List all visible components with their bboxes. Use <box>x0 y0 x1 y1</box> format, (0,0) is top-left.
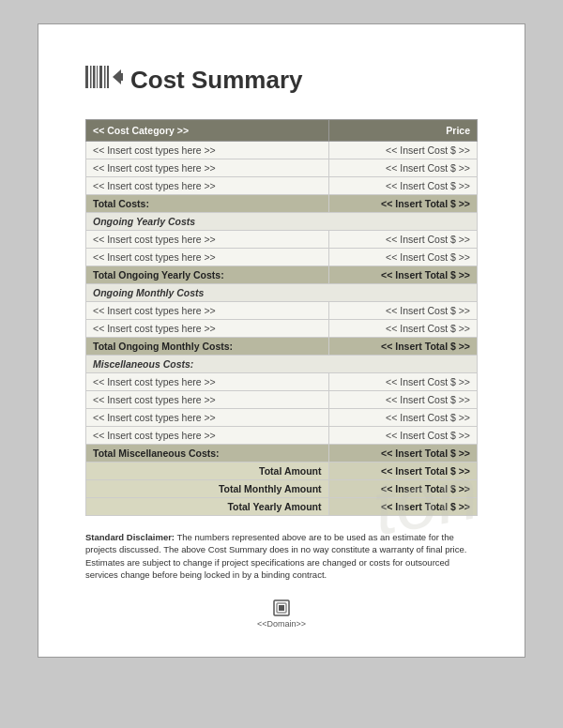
price-column-header: Price <box>328 120 477 142</box>
summary-monthly-price: << Insert Total $ >> <box>328 480 477 498</box>
svg-rect-5 <box>104 66 106 88</box>
footer: <<Domain>> <box>85 599 478 629</box>
category-cell: << Insert cost types here >> <box>86 302 329 320</box>
price-cell: << Insert Cost $ >> <box>328 302 477 320</box>
footer-label: <<Domain>> <box>257 619 306 629</box>
table-row: << Insert cost types here >> << Insert C… <box>86 302 478 320</box>
summary-total-row: Total Amount << Insert Total $ >> <box>86 463 478 480</box>
price-cell: << Insert Cost $ >> <box>328 427 477 445</box>
category-cell: << Insert cost types here >> <box>86 159 329 177</box>
disclaimer-prefix: Standard Disclaimer: <box>85 532 175 542</box>
table-row: << Insert cost types here >> << Insert C… <box>86 142 478 159</box>
total-yearly-price: << Insert Total $ >> <box>328 266 477 284</box>
svg-rect-1 <box>90 66 92 88</box>
category-cell: << Insert cost types here >> <box>86 427 329 445</box>
total-yearly-row: Total Ongoing Yearly Costs: << Insert To… <box>86 266 478 284</box>
table-row: << Insert cost types here >> << Insert C… <box>86 427 478 445</box>
table-row: << Insert cost types here >> << Insert C… <box>86 409 478 427</box>
price-cell: << Insert Cost $ >> <box>328 391 477 409</box>
summary-total-label: Total Amount <box>86 463 329 480</box>
ongoing-yearly-header: Ongoing Yearly Costs <box>86 213 478 231</box>
total-yearly-label: Total Ongoing Yearly Costs: <box>86 266 329 284</box>
svg-rect-4 <box>99 66 102 88</box>
category-cell: << Insert cost types here >> <box>86 142 329 159</box>
total-costs-price: << Insert Total $ >> <box>328 195 477 213</box>
summary-yearly-row: Total Yearly Amount << Insert Total $ >> <box>86 498 478 516</box>
svg-rect-2 <box>93 66 96 88</box>
total-misc-row: Total Miscellaneous Costs: << Insert Tot… <box>86 445 478 463</box>
disclaimer: Standard Disclaimer: The numbers represe… <box>85 531 478 581</box>
price-cell: << Insert Cost $ >> <box>328 142 477 159</box>
price-cell: << Insert Cost $ >> <box>328 409 477 427</box>
svg-rect-10 <box>279 605 284 611</box>
total-costs-row: Total Costs: << Insert Total $ >> <box>86 195 478 213</box>
price-cell: << Insert Cost $ >> <box>328 231 477 249</box>
table-row: << Insert cost types here >> << Insert C… <box>86 320 478 338</box>
summary-yearly-label: Total Yearly Amount <box>86 498 329 516</box>
footer-icon <box>85 599 478 619</box>
price-cell: << Insert Cost $ >> <box>328 249 477 266</box>
price-cell: << Insert Cost $ >> <box>328 159 477 177</box>
total-misc-label: Total Miscellaneous Costs: <box>86 445 329 463</box>
section-label: Ongoing Monthly Costs <box>86 284 478 302</box>
category-cell: << Insert cost types here >> <box>86 177 329 195</box>
summary-monthly-label: Total Monthly Amount <box>86 480 329 498</box>
summary-total-price: << Insert Total $ >> <box>328 463 477 480</box>
category-cell: << Insert cost types here >> <box>86 391 329 409</box>
cost-table: << Cost Category >> Price << Insert cost… <box>85 119 478 516</box>
category-cell: << Insert cost types here >> <box>86 373 329 391</box>
total-costs-label: Total Costs: <box>86 195 329 213</box>
total-monthly-label: Total Ongoing Monthly Costs: <box>86 338 329 356</box>
svg-rect-0 <box>85 66 88 88</box>
category-cell: << Insert cost types here >> <box>86 249 329 266</box>
table-row: << Insert cost types here >> << Insert C… <box>86 231 478 249</box>
total-monthly-row: Total Ongoing Monthly Costs: << Insert T… <box>86 338 478 356</box>
category-column-header: << Cost Category >> <box>86 120 329 142</box>
category-cell: << Insert cost types here >> <box>86 231 329 249</box>
summary-monthly-row: Total Monthly Amount << Insert Total $ >… <box>86 480 478 498</box>
barcode-icon <box>85 62 123 99</box>
svg-rect-3 <box>97 66 98 88</box>
price-cell: << Insert Cost $ >> <box>328 320 477 338</box>
page-title: Cost Summary <box>130 66 303 95</box>
page: Cost Summary << Cost Category >> Price <… <box>38 23 525 658</box>
svg-rect-6 <box>107 66 109 88</box>
section-label: Ongoing Yearly Costs <box>86 213 478 231</box>
table-row: << Insert cost types here >> << Insert C… <box>86 177 478 195</box>
price-cell: << Insert Cost $ >> <box>328 373 477 391</box>
section-label: Miscellaneous Costs: <box>86 356 478 373</box>
table-row: << Insert cost types here >> << Insert C… <box>86 249 478 266</box>
total-misc-price: << Insert Total $ >> <box>328 445 477 463</box>
category-cell: << Insert cost types here >> <box>86 409 329 427</box>
ongoing-monthly-header: Ongoing Monthly Costs <box>86 284 478 302</box>
svg-marker-7 <box>113 69 123 84</box>
table-row: << Insert cost types here >> << Insert C… <box>86 373 478 391</box>
total-monthly-price: << Insert Total $ >> <box>328 338 477 356</box>
misc-header: Miscellaneous Costs: <box>86 356 478 373</box>
summary-yearly-price: << Insert Total $ >> <box>328 498 477 516</box>
page-header: Cost Summary <box>85 62 478 99</box>
category-cell: << Insert cost types here >> <box>86 320 329 338</box>
table-row: << Insert cost types here >> << Insert C… <box>86 159 478 177</box>
table-row: << Insert cost types here >> << Insert C… <box>86 391 478 409</box>
price-cell: << Insert Cost $ >> <box>328 177 477 195</box>
